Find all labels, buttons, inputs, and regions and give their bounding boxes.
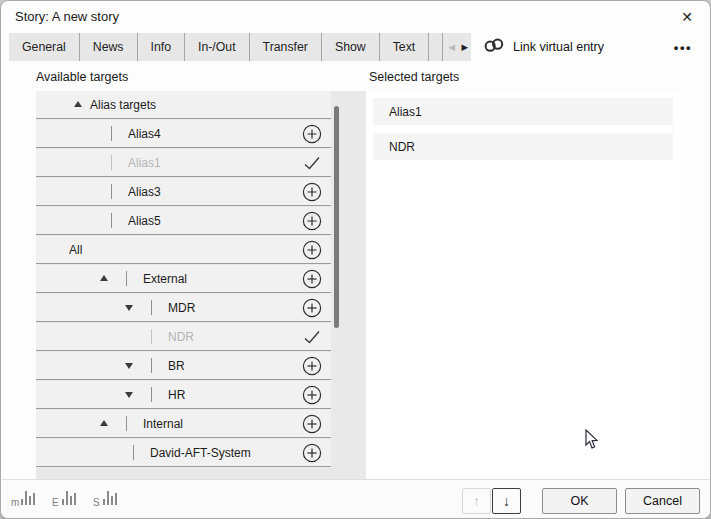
tab-text[interactable]: Text: [380, 33, 430, 61]
tab-in-out[interactable]: In-/Out: [185, 33, 250, 61]
indent-guide: [151, 387, 152, 402]
expand-icon[interactable]: [124, 389, 135, 400]
tree-row-label: Alias3: [128, 185, 161, 199]
svg-text:m: m: [11, 497, 19, 508]
indent-guide: [111, 126, 112, 141]
svg-text:E: E: [52, 497, 59, 508]
title-bar: Story: A new story ✕: [1, 1, 710, 32]
add-target-icon[interactable]: [302, 124, 322, 144]
tab-scroll-left-icon[interactable]: ◀: [445, 42, 458, 52]
indent-guide: [111, 155, 112, 170]
selected-row-ndr[interactable]: NDR: [373, 133, 673, 160]
meter-m-icon[interactable]: m: [11, 487, 39, 509]
collapse-icon[interactable]: [99, 273, 110, 284]
tree-row-external[interactable]: External: [36, 265, 331, 293]
tree-row-ndr[interactable]: NDR: [36, 323, 331, 351]
tree-row-label: Alias1: [128, 156, 161, 170]
indent-guide: [126, 271, 127, 286]
tree-row-label: Alias targets: [90, 98, 156, 112]
selected-row-label: NDR: [389, 140, 415, 154]
tab-overflow-menu-icon[interactable]: •••: [674, 33, 692, 61]
collapse-icon[interactable]: [99, 418, 110, 429]
tab-scroll-right-icon[interactable]: ▶: [458, 42, 471, 52]
selected-targets-list: Alias1NDR: [366, 91, 681, 479]
indent-guide: [151, 300, 152, 315]
available-targets-list: Alias targetsAlias4Alias1Alias3Alias5All…: [36, 91, 366, 479]
selected-row-label: Alias1: [389, 105, 422, 119]
link-icon: [483, 38, 505, 57]
tree-row-label: All: [69, 243, 82, 257]
tab-additiona[interactable]: Additiona: [429, 33, 443, 61]
scrollbar-thumb[interactable]: [334, 106, 339, 328]
tree-row-label: External: [143, 272, 187, 286]
add-target-icon[interactable]: [302, 356, 322, 376]
tree-row-mdr[interactable]: MDR: [36, 294, 331, 322]
tree-row-br[interactable]: BR: [36, 352, 331, 380]
expand-icon[interactable]: [124, 360, 135, 371]
tree-row-alias5[interactable]: Alias5: [36, 207, 331, 235]
add-target-icon[interactable]: [302, 182, 322, 202]
add-target-icon[interactable]: [302, 385, 322, 405]
tree-row-label: NDR: [168, 330, 194, 344]
tab-show[interactable]: Show: [322, 33, 380, 61]
move-down-button[interactable]: ↓: [492, 488, 521, 514]
tab-info[interactable]: Info: [138, 33, 186, 61]
meter-e-icon[interactable]: E: [52, 487, 80, 509]
tree-row-alias3[interactable]: Alias3: [36, 178, 331, 206]
svg-text:S: S: [93, 497, 100, 508]
tab-link-virtual-entry[interactable]: Link virtual entry: [477, 33, 610, 61]
tab-general[interactable]: General: [9, 33, 80, 61]
tab-strip: GeneralNewsInfoIn-/OutTransferShowTextAd…: [9, 33, 471, 61]
footer-bar: mES ↑ ↓ OK Cancel: [1, 480, 710, 519]
move-up-button[interactable]: ↑: [462, 488, 491, 514]
close-icon[interactable]: ✕: [674, 7, 700, 27]
meter-icon-group: mES: [11, 487, 121, 509]
tree-row-label: MDR: [168, 301, 195, 315]
tab-scroll-arrows: ◀▶: [445, 33, 471, 61]
tree-row-all[interactable]: All: [36, 236, 331, 264]
tree-row-label: BR: [168, 359, 185, 373]
tree-row-hr[interactable]: HR: [36, 381, 331, 409]
add-target-icon[interactable]: [302, 269, 322, 289]
indent-guide: [111, 213, 112, 228]
add-target-icon[interactable]: [302, 298, 322, 318]
add-target-icon[interactable]: [302, 211, 322, 231]
link-virtual-entry-dialog: Story: A new story ✕ GeneralNewsInfoIn-/…: [0, 0, 711, 519]
tree-row-alias4[interactable]: Alias4: [36, 120, 331, 148]
selected-row-alias1[interactable]: Alias1: [373, 98, 673, 125]
available-targets-label: Available targets: [36, 70, 128, 84]
indent-guide: [133, 445, 134, 460]
indent-guide: [126, 416, 127, 431]
tree-row-label: Alias5: [128, 214, 161, 228]
tree-row-david-aft-system[interactable]: David-AFT-System: [36, 439, 331, 467]
window-title: Story: A new story: [15, 1, 119, 32]
tab-news[interactable]: News: [80, 33, 138, 61]
selected-check-icon: [302, 153, 322, 173]
selected-check-icon: [302, 327, 322, 347]
ok-button[interactable]: OK: [542, 488, 617, 514]
add-target-icon[interactable]: [302, 414, 322, 434]
cancel-button[interactable]: Cancel: [625, 488, 700, 514]
indent-guide: [151, 329, 152, 344]
tree-row-alias1[interactable]: Alias1: [36, 149, 331, 177]
selected-targets-label: Selected targets: [369, 70, 459, 84]
tree-row-label: HR: [168, 388, 185, 402]
active-tab-label: Link virtual entry: [513, 40, 604, 54]
tree-row-label: David-AFT-System: [150, 446, 251, 460]
tree-row-label: Alias4: [128, 127, 161, 141]
indent-guide: [111, 184, 112, 199]
indent-guide: [151, 358, 152, 373]
tab-transfer[interactable]: Transfer: [250, 33, 322, 61]
expand-icon[interactable]: [124, 302, 135, 313]
tree-row-alias-targets[interactable]: Alias targets: [36, 91, 331, 119]
tree-row-label: Internal: [143, 417, 183, 431]
add-target-icon[interactable]: [302, 443, 322, 463]
meter-s-icon[interactable]: S: [93, 487, 121, 509]
tree-row-internal[interactable]: Internal: [36, 410, 331, 438]
add-target-icon[interactable]: [302, 240, 322, 260]
collapse-icon[interactable]: [73, 99, 84, 110]
